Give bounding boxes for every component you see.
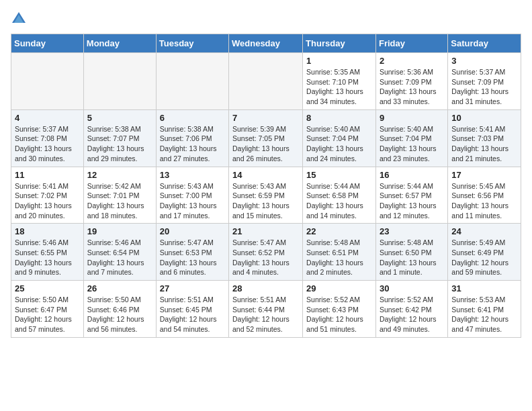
day-info: Sunrise: 5:49 AMSunset: 6:49 PMDaylight:… <box>451 238 517 277</box>
calendar-cell: 26Sunrise: 5:50 AMSunset: 6:46 PMDayligh… <box>83 281 156 338</box>
day-number: 8 <box>306 113 372 123</box>
day-number: 15 <box>306 170 372 180</box>
day-info: Sunrise: 5:39 AMSunset: 7:05 PMDaylight:… <box>232 124 299 164</box>
day-info: Sunrise: 5:40 AMSunset: 7:04 PMDaylight:… <box>306 124 372 164</box>
day-info: Sunrise: 5:35 AMSunset: 7:10 PMDaylight:… <box>306 67 372 107</box>
calendar-cell: 9Sunrise: 5:40 AMSunset: 7:04 PMDaylight… <box>375 109 447 167</box>
day-info: Sunrise: 5:51 AMSunset: 6:44 PMDaylight:… <box>232 295 299 334</box>
calendar-cell: 12Sunrise: 5:42 AMSunset: 7:01 PMDayligh… <box>83 167 156 224</box>
logo-icon <box>11 11 27 27</box>
calendar-cell: 23Sunrise: 5:48 AMSunset: 6:50 PMDayligh… <box>375 224 447 281</box>
calendar-header-row: SundayMondayTuesdayWednesdayThursdayFrid… <box>11 34 521 53</box>
calendar-cell: 16Sunrise: 5:44 AMSunset: 6:57 PMDayligh… <box>375 167 447 224</box>
day-number: 16 <box>380 170 444 180</box>
day-number: 7 <box>232 113 299 123</box>
day-info: Sunrise: 5:45 AMSunset: 6:56 PMDaylight:… <box>451 181 517 221</box>
calendar-cell <box>156 53 228 110</box>
day-number: 24 <box>451 226 517 236</box>
calendar-cell: 21Sunrise: 5:47 AMSunset: 6:52 PMDayligh… <box>229 224 303 281</box>
day-number: 28 <box>232 283 299 293</box>
day-number: 21 <box>232 226 299 236</box>
day-info: Sunrise: 5:41 AMSunset: 7:02 PMDaylight:… <box>15 181 80 221</box>
day-number: 5 <box>87 113 152 123</box>
day-info: Sunrise: 5:37 AMSunset: 7:08 PMDaylight:… <box>15 124 80 164</box>
calendar-header-monday: Monday <box>83 34 156 53</box>
day-number: 14 <box>232 170 299 180</box>
calendar-week-row: 4Sunrise: 5:37 AMSunset: 7:08 PMDaylight… <box>11 109 521 167</box>
day-number: 13 <box>160 170 225 180</box>
day-number: 22 <box>306 226 372 236</box>
calendar-cell: 8Sunrise: 5:40 AMSunset: 7:04 PMDaylight… <box>303 109 376 167</box>
calendar-cell: 1Sunrise: 5:35 AMSunset: 7:10 PMDaylight… <box>303 53 376 110</box>
calendar-cell: 5Sunrise: 5:38 AMSunset: 7:07 PMDaylight… <box>83 109 156 167</box>
calendar-cell: 6Sunrise: 5:38 AMSunset: 7:06 PMDaylight… <box>156 109 228 167</box>
day-info: Sunrise: 5:47 AMSunset: 6:52 PMDaylight:… <box>232 238 299 277</box>
day-info: Sunrise: 5:44 AMSunset: 6:57 PMDaylight:… <box>380 181 444 221</box>
calendar-cell: 19Sunrise: 5:46 AMSunset: 6:54 PMDayligh… <box>83 224 156 281</box>
page-header <box>11 11 521 27</box>
day-number: 27 <box>160 283 225 293</box>
calendar-cell: 11Sunrise: 5:41 AMSunset: 7:02 PMDayligh… <box>11 167 84 224</box>
calendar-header-sunday: Sunday <box>11 34 84 53</box>
day-info: Sunrise: 5:52 AMSunset: 6:43 PMDaylight:… <box>306 295 372 334</box>
calendar-cell: 20Sunrise: 5:47 AMSunset: 6:53 PMDayligh… <box>156 224 228 281</box>
calendar-cell: 17Sunrise: 5:45 AMSunset: 6:56 PMDayligh… <box>448 167 521 224</box>
day-info: Sunrise: 5:41 AMSunset: 7:03 PMDaylight:… <box>451 124 517 164</box>
calendar-cell: 3Sunrise: 5:37 AMSunset: 7:09 PMDaylight… <box>448 53 521 110</box>
calendar-cell <box>83 53 156 110</box>
day-info: Sunrise: 5:42 AMSunset: 7:01 PMDaylight:… <box>87 181 152 221</box>
calendar-cell: 22Sunrise: 5:48 AMSunset: 6:51 PMDayligh… <box>303 224 376 281</box>
day-info: Sunrise: 5:38 AMSunset: 7:07 PMDaylight:… <box>87 124 152 164</box>
calendar-cell: 24Sunrise: 5:49 AMSunset: 6:49 PMDayligh… <box>448 224 521 281</box>
day-number: 29 <box>306 283 372 293</box>
day-number: 4 <box>15 113 80 123</box>
calendar-cell <box>229 53 303 110</box>
day-info: Sunrise: 5:52 AMSunset: 6:42 PMDaylight:… <box>380 295 444 334</box>
calendar-cell: 10Sunrise: 5:41 AMSunset: 7:03 PMDayligh… <box>448 109 521 167</box>
day-number: 11 <box>15 170 80 180</box>
day-number: 9 <box>380 113 444 123</box>
calendar-cell: 13Sunrise: 5:43 AMSunset: 7:00 PMDayligh… <box>156 167 228 224</box>
day-number: 19 <box>87 226 152 236</box>
calendar-cell: 4Sunrise: 5:37 AMSunset: 7:08 PMDaylight… <box>11 109 84 167</box>
calendar-cell: 27Sunrise: 5:51 AMSunset: 6:45 PMDayligh… <box>156 281 228 338</box>
day-info: Sunrise: 5:46 AMSunset: 6:54 PMDaylight:… <box>87 238 152 277</box>
day-number: 1 <box>306 56 372 66</box>
day-number: 20 <box>160 226 225 236</box>
calendar-cell: 2Sunrise: 5:36 AMSunset: 7:09 PMDaylight… <box>375 53 447 110</box>
calendar-header-tuesday: Tuesday <box>156 34 228 53</box>
calendar-header-wednesday: Wednesday <box>229 34 303 53</box>
calendar-cell: 25Sunrise: 5:50 AMSunset: 6:47 PMDayligh… <box>11 281 84 338</box>
calendar-week-row: 1Sunrise: 5:35 AMSunset: 7:10 PMDaylight… <box>11 53 521 110</box>
calendar-week-row: 18Sunrise: 5:46 AMSunset: 6:55 PMDayligh… <box>11 224 521 281</box>
calendar-header-saturday: Saturday <box>448 34 521 53</box>
day-number: 12 <box>87 170 152 180</box>
day-info: Sunrise: 5:37 AMSunset: 7:09 PMDaylight:… <box>451 67 517 107</box>
day-info: Sunrise: 5:38 AMSunset: 7:06 PMDaylight:… <box>160 124 225 164</box>
calendar-cell: 30Sunrise: 5:52 AMSunset: 6:42 PMDayligh… <box>375 281 447 338</box>
day-info: Sunrise: 5:53 AMSunset: 6:41 PMDaylight:… <box>451 295 517 334</box>
day-info: Sunrise: 5:44 AMSunset: 6:58 PMDaylight:… <box>306 181 372 221</box>
day-info: Sunrise: 5:43 AMSunset: 7:00 PMDaylight:… <box>160 181 225 221</box>
day-info: Sunrise: 5:36 AMSunset: 7:09 PMDaylight:… <box>380 67 444 107</box>
day-number: 23 <box>380 226 444 236</box>
calendar-header-friday: Friday <box>375 34 447 53</box>
calendar-cell: 14Sunrise: 5:43 AMSunset: 6:59 PMDayligh… <box>229 167 303 224</box>
day-number: 10 <box>451 113 517 123</box>
day-number: 2 <box>380 56 444 66</box>
day-info: Sunrise: 5:48 AMSunset: 6:51 PMDaylight:… <box>306 238 372 277</box>
calendar-cell: 31Sunrise: 5:53 AMSunset: 6:41 PMDayligh… <box>448 281 521 338</box>
day-number: 31 <box>451 283 517 293</box>
logo <box>11 11 30 27</box>
day-info: Sunrise: 5:48 AMSunset: 6:50 PMDaylight:… <box>380 238 444 277</box>
day-info: Sunrise: 5:40 AMSunset: 7:04 PMDaylight:… <box>380 124 444 164</box>
day-number: 3 <box>451 56 517 66</box>
calendar-week-row: 11Sunrise: 5:41 AMSunset: 7:02 PMDayligh… <box>11 167 521 224</box>
calendar-cell: 28Sunrise: 5:51 AMSunset: 6:44 PMDayligh… <box>229 281 303 338</box>
day-number: 6 <box>160 113 225 123</box>
day-number: 25 <box>15 283 80 293</box>
calendar-cell: 15Sunrise: 5:44 AMSunset: 6:58 PMDayligh… <box>303 167 376 224</box>
day-number: 18 <box>15 226 80 236</box>
day-info: Sunrise: 5:43 AMSunset: 6:59 PMDaylight:… <box>232 181 299 221</box>
calendar-cell: 7Sunrise: 5:39 AMSunset: 7:05 PMDaylight… <box>229 109 303 167</box>
